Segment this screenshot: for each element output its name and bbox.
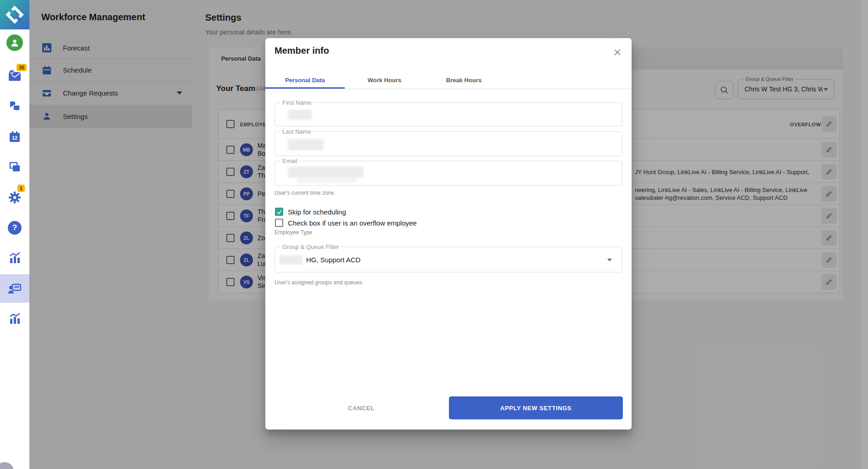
analytics-button[interactable] <box>0 248 29 268</box>
modal-title: Member info <box>274 45 329 56</box>
checked-checkbox-icon <box>275 208 283 216</box>
analytics-chart-icon <box>8 252 21 265</box>
close-icon <box>614 49 621 56</box>
redacted-email <box>288 167 364 178</box>
profile-avatar[interactable] <box>0 33 29 53</box>
chat-button[interactable] <box>0 96 29 117</box>
checkbox-label: Skip for scheduling <box>288 208 346 216</box>
apply-new-settings-button[interactable]: APPLY NEW SETTINGS <box>449 396 623 419</box>
settings-gear-button[interactable]: 1 <box>0 187 29 208</box>
mail-badge: 35 <box>17 64 27 71</box>
group-filter-value: HG, Support ACD <box>306 247 360 272</box>
modal-tab-work-hours[interactable]: Work Hours <box>345 71 424 89</box>
group-filter-helper: User's assigned groups and queues. <box>274 279 364 286</box>
email-label: Email <box>280 158 299 164</box>
help-button[interactable]: ? <box>0 218 29 238</box>
member-info-modal: Member info Personal Data Work Hours Bre… <box>265 38 632 429</box>
user-avatar-icon <box>6 34 23 51</box>
inbox-mail-button[interactable]: 35 <box>0 66 29 86</box>
partial-bottom-icon <box>0 462 14 469</box>
logo-icon <box>0 0 29 29</box>
last-name-field[interactable]: Last Name <box>274 131 622 156</box>
active-tab-indicator <box>265 87 345 89</box>
first-name-field[interactable]: First Name <box>274 102 622 126</box>
email-field[interactable]: Email <box>274 161 622 186</box>
icon-rail: 35 12 1 <box>0 0 29 469</box>
redacted-last-name <box>288 139 324 150</box>
checkbox-label: Check box if user is an overflow employe… <box>288 219 417 227</box>
windows-button[interactable] <box>0 157 29 177</box>
last-name-label: Last Name <box>280 128 313 135</box>
calendar-day-label: 12 <box>8 135 21 141</box>
cancel-button[interactable]: CANCEL <box>333 397 389 418</box>
tab-divider <box>265 89 632 89</box>
skip-scheduling-checkbox[interactable]: Skip for scheduling <box>275 208 346 216</box>
calendar-button[interactable]: 12 <box>0 127 29 147</box>
workforce-presenter-icon <box>8 283 22 294</box>
employee-type-label: Employee Type <box>274 229 313 236</box>
help-icon: ? <box>8 221 22 235</box>
overlapping-windows-icon <box>8 161 21 173</box>
timezone-helper: User's current time zone. <box>274 190 336 196</box>
analytics-chart-icon <box>8 312 21 325</box>
close-button[interactable] <box>611 46 623 58</box>
modal-tab-break-hours[interactable]: Break Hours <box>424 71 504 89</box>
redacted-email-line2 <box>297 178 357 183</box>
redacted-first-name <box>288 110 312 120</box>
app-logo[interactable] <box>0 0 29 29</box>
modal-group-queue-filter[interactable]: Group & Queue Filter HG, Support ACD <box>274 247 622 272</box>
gear-icon <box>8 191 22 204</box>
first-name-label: First Name <box>280 99 314 106</box>
chat-bubbles-icon <box>8 101 21 113</box>
analytics-button-2[interactable] <box>0 309 29 329</box>
workforce-selected-tile[interactable] <box>0 274 29 303</box>
redacted-group-prefix <box>280 255 302 265</box>
mail-check-icon <box>8 70 22 82</box>
unchecked-checkbox-icon <box>275 219 283 227</box>
calendar-12-icon: 12 <box>8 130 21 143</box>
dropdown-arrow-icon <box>607 259 612 261</box>
modal-tab-personal-data[interactable]: Personal Data <box>265 71 345 89</box>
gear-badge: 1 <box>17 185 25 192</box>
overflow-employee-checkbox[interactable]: Check box if user is an overflow employe… <box>275 219 417 227</box>
